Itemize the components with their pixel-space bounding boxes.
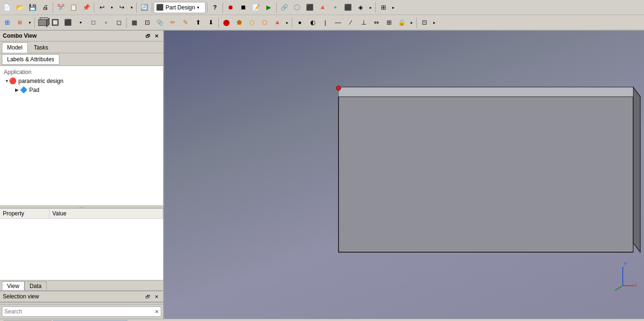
sketch-geo4[interactable]: — <box>332 16 344 29</box>
sketch-geo7[interactable]: ⇔ <box>370 16 382 29</box>
view-right[interactable]: ▪ <box>74 16 87 29</box>
tab-model[interactable]: Model <box>2 42 28 53</box>
value-col-header: Value <box>50 209 163 218</box>
tb1-more[interactable]: ▸ <box>367 1 374 14</box>
sketch-geo6[interactable]: ⊥ <box>357 16 370 29</box>
copy-button[interactable]: 📋 <box>67 1 80 14</box>
fitsel-button[interactable]: ⊟ <box>14 16 26 29</box>
selection-view: Selection view 🗗 ✕ ✕ <box>0 290 163 319</box>
sep3 <box>136 2 137 13</box>
main-area: Combo View 🗗 ✕ Model Tasks Labels & Attr… <box>0 31 644 319</box>
tree-item-pad[interactable]: ▶ 🔷 Pad <box>2 85 161 94</box>
tree-item-parametric-design[interactable]: ▾ 🔴 parametric design <box>2 76 161 85</box>
expand-arrow-1: ▾ <box>6 78 8 83</box>
view-front[interactable]: 🔲 <box>49 16 61 29</box>
view-top[interactable]: ⬛ <box>62 16 74 29</box>
sep7 <box>276 2 277 13</box>
restore-icon[interactable]: 🗗 <box>144 32 152 40</box>
tb1-extra5[interactable]: 🔹 <box>329 1 341 14</box>
part-btn4[interactable]: ⬠ <box>258 16 271 29</box>
tree-area[interactable]: Application ▾ 🔴 parametric design ▶ 🔷 Pa… <box>0 66 163 206</box>
paste-button[interactable]: 📌 <box>80 1 92 14</box>
cut-button[interactable]: ✂️ <box>55 1 67 14</box>
tab-view[interactable]: View <box>2 281 25 290</box>
application-label: Application <box>2 68 161 76</box>
view-left[interactable]: ◻ <box>113 16 125 29</box>
sketch-more2[interactable]: ▸ <box>408 16 415 29</box>
attach-button[interactable]: 📎 <box>154 16 166 29</box>
sep-v3 <box>218 17 219 28</box>
view-more-dd[interactable]: ▾ <box>26 16 33 29</box>
new-button[interactable]: 📄 <box>1 1 13 14</box>
tab-data[interactable]: Data <box>25 281 47 290</box>
close-sel-icon[interactable]: ✕ <box>153 293 160 300</box>
sketch-geo3[interactable]: | <box>319 16 331 29</box>
part-btn1[interactable]: ⬤ <box>220 16 232 29</box>
open-button[interactable]: 📂 <box>14 1 26 14</box>
tab-tasks[interactable]: Tasks <box>29 42 54 53</box>
y-axis-label: Y <box>624 262 627 267</box>
tb1-extra6[interactable]: ⬛ <box>342 1 354 14</box>
stop-button[interactable]: ⏹ <box>237 1 249 14</box>
restore-sel-icon[interactable]: 🗗 <box>144 293 152 300</box>
part-btn5[interactable]: 🔺 <box>271 16 283 29</box>
labels-tab-item[interactable]: Labels & Attributes <box>2 54 59 65</box>
undo-dropdown[interactable]: ▾ <box>108 1 115 14</box>
tb1-extra3[interactable]: ⬛ <box>304 1 316 14</box>
zoom-btn[interactable]: ⊡ <box>418 16 430 29</box>
part-btn2[interactable]: ⬟ <box>233 16 245 29</box>
redo-dropdown[interactable]: ▾ <box>128 1 135 14</box>
zoom-more[interactable]: ▸ <box>431 16 438 29</box>
editsketch-button[interactable]: ⬇ <box>205 16 217 29</box>
parametric-design-icon: 🔴 <box>9 77 17 84</box>
side-face <box>633 87 640 252</box>
view-home[interactable] <box>36 16 49 29</box>
combo-view-icons: 🗗 ✕ <box>144 32 160 40</box>
tb1-extra7[interactable]: ◈ <box>355 1 367 14</box>
search-input[interactable] <box>4 308 155 315</box>
front-face <box>339 97 633 252</box>
sketch-geo2[interactable]: ◐ <box>306 16 319 29</box>
sel-box-button[interactable]: ▦ <box>128 16 140 29</box>
save-button[interactable]: 💾 <box>26 1 39 14</box>
sketch-geo1[interactable]: ● <box>294 16 306 29</box>
sep1 <box>53 2 53 13</box>
sketch-geo9[interactable]: 🔒 <box>396 16 408 29</box>
execute-button[interactable]: ▶ <box>263 1 275 14</box>
tb1-last2[interactable]: ▸ <box>390 1 396 14</box>
viewport[interactable]: Y X <box>164 31 644 319</box>
sketch-geo8[interactable]: ⊞ <box>383 16 395 29</box>
expand-arrow-2: ▶ <box>15 87 19 92</box>
undo-button[interactable]: ↩ <box>96 1 108 14</box>
redo-button[interactable]: ↪ <box>116 1 128 14</box>
status-bar: 📄 Start page ✕ 🔴 parametric design : 1* … <box>0 319 644 321</box>
newsketch-button[interactable]: ✎ <box>179 16 191 29</box>
closesketch-button[interactable]: ⬆ <box>192 16 204 29</box>
tb1-extra4[interactable]: 🔺 <box>316 1 329 14</box>
workbench-dropdown[interactable]: ⬛ Part Design ▾ <box>154 2 206 13</box>
tb1-extra1[interactable]: 🔗 <box>278 1 290 14</box>
sketch-geo5[interactable]: ⁄ <box>345 16 357 29</box>
search-clear-icon[interactable]: ✕ <box>155 309 159 315</box>
part-more[interactable]: ▸ <box>284 16 290 29</box>
view-rear[interactable]: □ <box>87 16 99 29</box>
sel-divider[interactable] <box>0 302 163 305</box>
fitall-button[interactable]: ⊞ <box>1 16 13 29</box>
tb1-extra2[interactable]: ⬡ <box>291 1 303 14</box>
ortho-button[interactable]: ⊡ <box>141 16 153 29</box>
print-button[interactable]: 🖨 <box>39 1 51 14</box>
close-combo-icon[interactable]: ✕ <box>153 32 160 40</box>
sep8 <box>375 2 376 13</box>
macro-button[interactable]: 📝 <box>250 1 262 14</box>
workbench-icon: ⬛ <box>156 4 164 11</box>
part-btn3[interactable]: ⬡ <box>246 16 258 29</box>
help-button[interactable]: ? <box>209 1 221 14</box>
record-button[interactable]: ⏺ <box>224 1 237 14</box>
search-bar[interactable]: ✕ <box>2 306 161 317</box>
sketch-button[interactable]: ✏ <box>166 16 179 29</box>
property-header: Property Value <box>0 209 163 219</box>
tb1-last[interactable]: ⊞ <box>377 1 389 14</box>
view-bottom[interactable]: ▫ <box>100 16 112 29</box>
refresh-button[interactable]: 🔄 <box>138 1 150 14</box>
parametric-design-label: parametric design <box>18 78 63 84</box>
